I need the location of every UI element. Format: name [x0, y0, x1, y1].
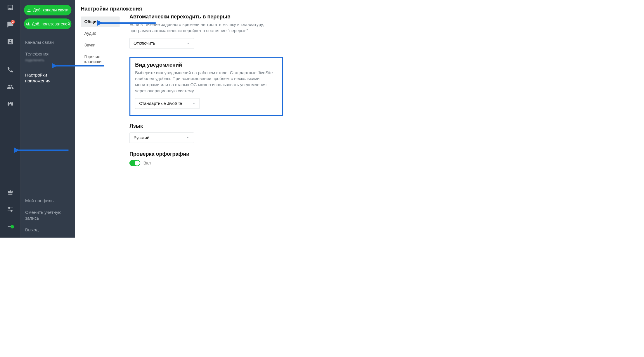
content: Настройки приложения Общие Аудио Звуки Г… [75, 0, 429, 238]
icon-rail: 2 [0, 0, 20, 238]
contacts-icon[interactable] [7, 38, 14, 45]
tab-hotkeys[interactable]: Горячие клавиши [81, 51, 120, 67]
svg-point-0 [8, 207, 10, 209]
section-auto-break: Автоматически переходить в перерыв Если … [129, 14, 283, 48]
sidebar-item-app-settings[interactable]: Настройки приложения [20, 69, 75, 87]
chevron-down-icon [186, 41, 190, 45]
team-icon[interactable] [7, 83, 14, 90]
auto-break-value: Отключить [134, 41, 155, 46]
sidebar-item-channels[interactable]: Каналы связи [20, 37, 75, 48]
chevron-down-icon [186, 136, 190, 139]
tab-audio[interactable]: Аудио [81, 28, 120, 39]
inbox-icon[interactable] [7, 4, 14, 11]
sidebar-item-profile[interactable]: Мой профиль [20, 195, 75, 207]
settings-sliders-icon[interactable] [7, 206, 14, 213]
sidebar-item-blurred: подключить [20, 58, 75, 65]
chat-icon[interactable]: 2 [7, 21, 14, 28]
notifications-title: Вид уведомлений [135, 62, 278, 68]
auto-break-select[interactable]: Отключить [129, 38, 194, 48]
chat-badge: 2 [11, 20, 15, 24]
notifications-desc: Выберите вид уведомлений на рабочем стол… [135, 70, 278, 94]
tab-general[interactable]: Общие [81, 17, 120, 27]
notifications-select[interactable]: Стандартные JivoSite [135, 98, 200, 109]
auto-break-title: Автоматически переходить в перерыв [129, 14, 283, 20]
page-title: Настройки приложения [81, 6, 421, 12]
add-users-button[interactable]: Доб. пользователей [24, 18, 72, 29]
language-title: Язык [129, 123, 283, 129]
language-value: Русский [134, 135, 149, 140]
status-indicator-icon[interactable] [7, 223, 14, 230]
sidebar-item-logout[interactable]: Выход [20, 224, 75, 236]
auto-break-desc: Если в течение заданного времени не трог… [129, 22, 283, 34]
section-spellcheck: Проверка орфографии Вкл [129, 151, 283, 166]
chevron-down-icon [192, 102, 195, 105]
settings-pane: Автоматически переходить в перерыв Если … [129, 17, 283, 238]
sidebar: Доб. каналы связи Доб. пользователей Кан… [20, 0, 75, 238]
binoculars-icon[interactable] [7, 100, 14, 108]
add-channels-button[interactable]: Доб. каналы связи [24, 5, 72, 15]
section-notifications: Вид уведомлений Выберите вид уведомлений… [135, 62, 278, 109]
add-channels-label: Доб. каналы связи [33, 8, 68, 12]
notifications-highlight: Вид уведомлений Выберите вид уведомлений… [129, 57, 283, 116]
spellcheck-toggle[interactable] [129, 160, 140, 166]
sidebar-item-change-account[interactable]: Сменить учетную запись [20, 207, 75, 224]
spellcheck-title: Проверка орфографии [129, 151, 283, 157]
crown-icon[interactable] [7, 189, 14, 196]
add-users-label: Доб. пользователей [32, 22, 70, 26]
notifications-value: Стандартные JivoSite [139, 101, 182, 106]
section-language: Язык Русский [129, 123, 283, 143]
svg-point-1 [11, 210, 12, 212]
settings-tabs: Общие Аудио Звуки Горячие клавиши [81, 17, 120, 238]
spellcheck-toggle-label: Вкл [143, 160, 151, 165]
tab-sounds[interactable]: Звуки [81, 40, 120, 51]
phone-icon[interactable] [7, 66, 14, 73]
language-select[interactable]: Русский [129, 132, 194, 143]
